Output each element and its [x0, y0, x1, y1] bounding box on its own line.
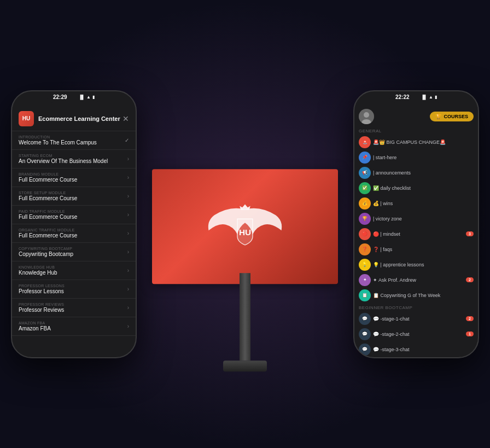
channel-avatar: 💬 [359, 313, 371, 325]
channel-name: 📋 Copywriting G of The Week [373, 293, 474, 298]
courses-button[interactable]: 🏆 COURSES [430, 112, 474, 121]
channel-name: 💰 | wins [373, 201, 474, 206]
channel-avatar: 💬 [359, 344, 371, 356]
billboard: HU [152, 169, 338, 284]
channel-avatar: ✅ [359, 182, 371, 194]
channel-avatar: 💰 [359, 197, 371, 210]
menu-item-amazon-fba[interactable]: AMAZON FBA Amazon FBA › [12, 317, 136, 336]
right-time: 22:22 [395, 94, 410, 100]
channel-stage-3[interactable]: 💬 💬 -stage-3-chat [354, 342, 478, 357]
channel-wins[interactable]: 💰 💰 | wins [354, 196, 478, 211]
channel-name: | start-here [373, 155, 474, 160]
menu-item-professor-reviews[interactable]: PROFESSOR REVIEWS Professor Reviews › [12, 299, 136, 317]
svg-point-3 [364, 112, 369, 118]
wifi-icon: ▲ [86, 95, 91, 100]
close-button[interactable]: ✕ [122, 114, 129, 123]
right-phone: 22:22 ▐▌ ▲ ▮ 🏆 COURSES [353, 90, 479, 358]
channel-avatar: 📋 [359, 289, 371, 301]
channel-name: ✦ Ask Prof. Andrew [373, 277, 464, 283]
svg-text:HU: HU [239, 227, 251, 236]
chevron-right-icon: › [127, 230, 129, 236]
menu-item-store-setup[interactable]: STORE SETUP MODULE Full Ecommerce Course… [12, 187, 136, 206]
channel-big-campus[interactable]: 🚨 🚨👑 BIG CAMPUS CHANGE🚨 [354, 135, 478, 150]
avatar [359, 109, 374, 124]
billboard-base [223, 360, 267, 371]
check-icon: ✓ [125, 137, 129, 143]
channel-name: | victory zone [373, 216, 474, 222]
channel-avatar: 🔴 [359, 228, 371, 240]
wifi-icon: ▲ [429, 95, 433, 100]
general-section-label: GENERAL [354, 126, 478, 135]
hu-logo: HU [207, 199, 283, 254]
channel-stage-1[interactable]: 💬 💬 -stage-1-chat 2 [354, 311, 478, 327]
courses-label: COURSES [444, 114, 468, 119]
right-phone-notch: 22:22 ▐▌ ▲ ▮ [389, 91, 444, 103]
right-status-icons: ▐▌ ▲ ▮ [421, 95, 437, 100]
menu-item-paid-traffic[interactable]: PAID TRAFFIC MODULE Full Ecommerce Cours… [12, 206, 136, 224]
channel-start-here[interactable]: 📌 | start-here [354, 150, 478, 165]
channel-daily-checklist[interactable]: ✅ ✅ daily checklist [354, 181, 478, 196]
chevron-right-icon: › [127, 267, 129, 274]
left-header-title: Ecommerce Learning Center [38, 115, 122, 122]
left-screen: HU Ecommerce Learning Center ✕ INTRODUCT… [12, 91, 136, 357]
channel-name: 💬 -stage-3-chat [373, 347, 474, 352]
stage2-badge: 1 [466, 331, 474, 336]
menu-item-organic-traffic[interactable]: ORGANIC TRAFFIC MODULE Full Ecommerce Co… [12, 224, 136, 243]
beginner-section-label: BEGINNER BOOTCAMP [354, 303, 478, 311]
channel-avatar: 💡 [359, 259, 371, 271]
right-header: 🏆 COURSES [354, 107, 478, 126]
channel-faqs[interactable]: ❓ ❓ | faqs [354, 242, 478, 257]
ask-prof-badge: 2 [466, 277, 474, 282]
left-status-icons: ▐▌ ▲ ▮ [79, 95, 95, 100]
menu-item-starting-ecom[interactable]: STARTING ECOM An Overview Of The Busines… [12, 150, 136, 168]
menu-item-introduction[interactable]: INTRODUCTION Welcome To The Ecom Campus … [12, 131, 136, 150]
menu-item-knowledge-hub[interactable]: KNOWLEDGE HUB Knowledge Hub › [12, 261, 136, 280]
channel-announcements[interactable]: 📢 | announcements [354, 165, 478, 181]
scene: 22:29 ▐▌ ▲ ▮ HU Ecommerce Learning Cente… [0, 0, 490, 448]
menu-item-copywriting[interactable]: COPYWRITING BOOTCAMP Copywriting Bootcam… [12, 243, 136, 261]
billboard-support [223, 273, 267, 371]
channel-ask-prof[interactable]: ✦ ✦ Ask Prof. Andrew 2 [354, 272, 478, 288]
channel-name: 🔴 | mindset [373, 231, 464, 237]
channel-victory-zone[interactable]: 🏆 | victory zone [354, 211, 478, 226]
chevron-right-icon: › [127, 305, 129, 311]
channel-avatar: 📌 [359, 152, 371, 164]
right-screen: 🏆 COURSES GENERAL 🚨 🚨👑 BIG CAMPUS CHANGE… [354, 91, 478, 357]
signal-icon: ▐▌ [79, 95, 85, 100]
battery-icon: ▮ [435, 95, 437, 100]
avatar-image [359, 109, 374, 124]
trophy-icon: 🏆 [435, 114, 441, 119]
signal-icon: ▐▌ [421, 95, 427, 100]
billboard-screen: HU [152, 169, 338, 284]
left-phone: 22:29 ▐▌ ▲ ▮ HU Ecommerce Learning Cente… [11, 90, 137, 358]
battery-icon: ▮ [92, 95, 95, 100]
channel-name: ❓ | faqs [373, 247, 474, 252]
channel-avatar: 💬 [359, 328, 371, 340]
left-time: 22:29 [53, 94, 67, 100]
channel-avatar: 🚨 [359, 136, 371, 148]
menu-item-branding[interactable]: BRANDING MODULE Full Ecommerce Course › [12, 168, 136, 187]
channel-name: ✅ daily checklist [373, 185, 474, 191]
chevron-right-icon: › [127, 193, 129, 199]
chevron-right-icon: › [127, 212, 129, 218]
app-icon: HU [19, 111, 34, 126]
channel-avatar: 📢 [359, 167, 371, 179]
svg-marker-0 [240, 204, 250, 210]
channel-name: | announcements [373, 170, 474, 176]
stage1-badge: 2 [466, 316, 474, 321]
channel-name: 💬 -stage-1-chat [373, 316, 464, 322]
chevron-right-icon: › [127, 156, 129, 162]
channel-apprentice[interactable]: 💡 💡 | apprentice lessons [354, 257, 478, 272]
logo-svg: HU [207, 199, 283, 254]
menu-item-professor-lessons[interactable]: PROFESSOR LESSONS Professor Lessons › [12, 280, 136, 299]
channel-avatar: ✦ [359, 274, 371, 286]
channel-copywriting-week[interactable]: 📋 📋 Copywriting G of The Week [354, 288, 478, 303]
channel-mindset[interactable]: 🔴 🔴 | mindset 3 [354, 226, 478, 242]
chevron-right-icon: › [127, 323, 129, 329]
chevron-right-icon: › [127, 286, 129, 292]
channel-name: 💡 | apprentice lessons [373, 262, 474, 267]
chevron-right-icon: › [127, 174, 129, 181]
channel-stage-2[interactable]: 💬 💬 -stage-2-chat 1 [354, 327, 478, 342]
left-header: HU Ecommerce Learning Center ✕ [12, 107, 136, 131]
billboard-pole [240, 273, 250, 360]
